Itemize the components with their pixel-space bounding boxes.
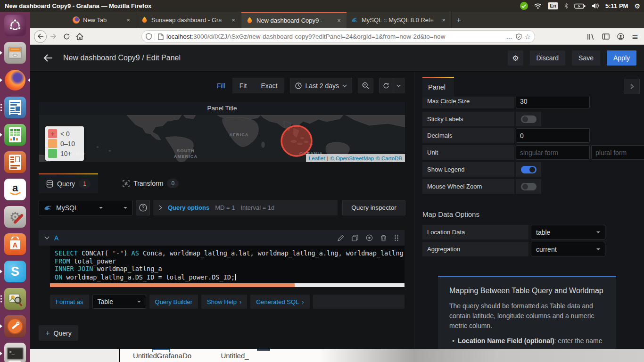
tab-new-dashboard-copy9[interactable]: New dashboard Copy9 - ×: [241, 12, 347, 28]
bookmark-star-icon[interactable]: ☆: [525, 33, 531, 41]
discard-button[interactable]: Discard: [530, 50, 565, 66]
add-query-button[interactable]: + Query: [39, 325, 78, 341]
system-tray[interactable]: En 5:11 PM ⚙: [520, 2, 644, 10]
tab-query[interactable]: Query 1: [39, 173, 98, 193]
sidebar-icon[interactable]: [602, 33, 610, 40]
volume-icon[interactable]: [592, 3, 599, 9]
leaflet-link[interactable]: Leaflet: [309, 156, 325, 161]
file-icon-partial[interactable]: [257, 349, 270, 351]
clock[interactable]: 5:11 PM: [605, 2, 628, 9]
shield-icon[interactable]: [146, 33, 152, 40]
refresh-interval-dropdown[interactable]: [393, 78, 404, 93]
battery-icon[interactable]: [574, 3, 586, 9]
running-indicator: [0, 324, 2, 328]
libreoffice-impress-icon: [4, 151, 26, 173]
account-icon[interactable]: [617, 33, 624, 40]
launcher-item-libreoffice-impress[interactable]: [0, 148, 30, 176]
map-data-circle[interactable]: [281, 126, 312, 156]
scrollbar-thumb[interactable]: [50, 283, 295, 287]
aggregation-select[interactable]: current: [531, 242, 605, 256]
tab-close-icon[interactable]: ×: [230, 16, 237, 24]
forward-button[interactable]: [47, 30, 60, 43]
url-bar[interactable]: localhost:3000/d/iXZJASxGz/new-dashboard…: [141, 30, 535, 43]
show-help-button[interactable]: Show Help›: [201, 295, 247, 309]
tab-close-icon[interactable]: ×: [335, 17, 343, 24]
unit-singular-input[interactable]: [516, 145, 590, 160]
query-builder-button[interactable]: Query Builder: [149, 295, 198, 309]
format-as-label[interactable]: Format as: [50, 295, 89, 309]
panel-settings-gear-button[interactable]: ⚙: [508, 50, 523, 66]
tab-close-icon[interactable]: ×: [124, 16, 132, 24]
format-select[interactable]: Table: [92, 295, 146, 309]
edit-pencil-icon[interactable]: [338, 235, 344, 241]
launcher-item-libreoffice-writer[interactable]: [0, 94, 30, 121]
launcher-item-ubuntu[interactable]: [0, 12, 30, 39]
bluetooth-icon[interactable]: [564, 3, 568, 9]
update-check-icon[interactable]: [520, 2, 528, 10]
collapse-pane-button[interactable]: [624, 79, 640, 94]
save-button[interactable]: Save: [572, 50, 600, 66]
page-info-icon[interactable]: [158, 33, 164, 40]
size-mode-fit[interactable]: Fit: [232, 78, 254, 93]
url-text[interactable]: localhost:3000/d/iXZJASxGz/new-dashboard…: [166, 33, 504, 40]
launcher-item-terminal[interactable]: >_: [0, 340, 30, 362]
cartodb-link[interactable]: © CartoDB: [376, 156, 402, 161]
launcher-item-libreoffice-calc[interactable]: [0, 121, 30, 148]
launcher-item-ubuntu-software[interactable]: A: [0, 230, 30, 258]
keyboard-layout-indicator[interactable]: En: [548, 2, 558, 9]
launcher-item-mysql-workbench[interactable]: [0, 313, 30, 340]
back-button[interactable]: [34, 30, 47, 43]
page-actions-icon[interactable]: …: [506, 33, 513, 40]
launcher-item-amazon[interactable]: a: [0, 176, 30, 203]
query-row-header[interactable]: A: [39, 230, 405, 246]
time-range-picker[interactable]: Last 2 days: [290, 78, 352, 93]
datasource-help-button[interactable]: ?: [136, 200, 150, 215]
tab-panel[interactable]: Panel: [422, 77, 454, 97]
wifi-icon[interactable]: [534, 3, 542, 9]
delete-trash-icon[interactable]: [380, 235, 387, 241]
size-mode-exact[interactable]: Exact: [254, 78, 284, 93]
launcher-item-firefox[interactable]: [0, 66, 30, 94]
desktop-file[interactable]: Untitled_: [218, 352, 252, 360]
menu-icon[interactable]: ≡: [632, 32, 638, 41]
desktop-file[interactable]: UntitledGrafanaDo: [129, 352, 195, 360]
generated-sql-button[interactable]: Generated SQL›: [250, 295, 309, 309]
decimals-input[interactable]: [516, 128, 590, 143]
drag-handle-icon[interactable]: [394, 234, 399, 241]
openstreetmap-link[interactable]: © OpenStreetMap: [330, 156, 374, 161]
tab-sunseap-dashboard[interactable]: Sunseap dashboard - Gra ×: [136, 12, 241, 28]
show-legend-toggle[interactable]: [516, 162, 541, 177]
collapse-chevron-icon[interactable]: [44, 236, 50, 239]
unit-plural-input[interactable]: [591, 145, 644, 160]
session-gear-icon[interactable]: ⚙: [634, 2, 640, 10]
bookmark-shield-icon[interactable]: [516, 33, 522, 40]
launcher-item-settings[interactable]: ⚙: [0, 203, 30, 230]
tab-mysql-reference[interactable]: MySQL :: MySQL 8.0 Refe ×: [347, 12, 452, 28]
home-button[interactable]: [73, 30, 86, 43]
launcher-item-screenshot-tool[interactable]: [0, 285, 30, 313]
new-tab-button[interactable]: +: [452, 12, 466, 28]
query-options-collapsible[interactable]: Query options MD = 1 Interval = 1d: [153, 200, 338, 215]
launcher-item-files[interactable]: [0, 39, 30, 66]
datasource-picker[interactable]: MySQL: [39, 200, 132, 215]
reload-button[interactable]: [60, 30, 73, 43]
disable-query-icon[interactable]: [366, 234, 373, 241]
refresh-button[interactable]: [380, 78, 393, 93]
duplicate-icon[interactable]: [352, 235, 358, 241]
library-icon[interactable]: [587, 33, 594, 40]
size-mode-fill[interactable]: Fill: [210, 78, 232, 93]
zoom-out-button[interactable]: [358, 78, 373, 93]
sticky-labels-toggle[interactable]: [516, 112, 541, 126]
tab-close-icon[interactable]: ×: [440, 16, 447, 24]
apply-button[interactable]: Apply: [607, 50, 636, 66]
editor-horizontal-scrollbar[interactable]: [50, 283, 405, 287]
worldmap[interactable]: OCEANIA SOUTH AMERICA AFRICA OCEANIA +< …: [39, 115, 405, 162]
back-arrow-button[interactable]: [43, 54, 53, 62]
sql-editor[interactable]: SELECT CONCAT( "-") AS Conca, worldmap_l…: [50, 246, 405, 283]
tab-transform[interactable]: Transform 0: [115, 173, 186, 193]
location-data-select[interactable]: table: [531, 225, 605, 239]
tab-new-tab[interactable]: New Tab ×: [68, 12, 136, 28]
launcher-item-skype[interactable]: S: [0, 258, 30, 285]
mouse-wheel-zoom-toggle[interactable]: [516, 179, 541, 194]
query-inspector-button[interactable]: Query inspector: [342, 200, 405, 215]
